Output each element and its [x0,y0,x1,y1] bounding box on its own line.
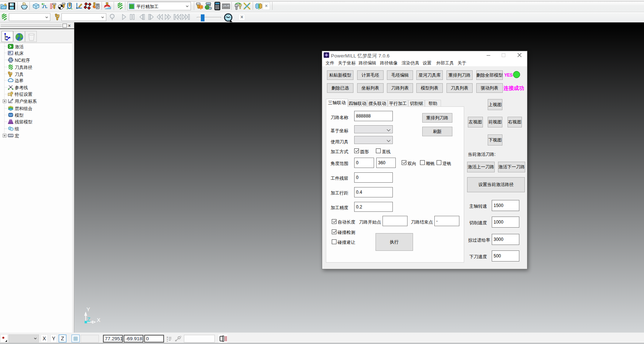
svg-text:X: X [97,317,100,323]
svg-text:Z: Z [87,316,90,322]
svg-text:Y: Y [86,306,90,312]
svg-text:Z: Z [167,341,168,342]
